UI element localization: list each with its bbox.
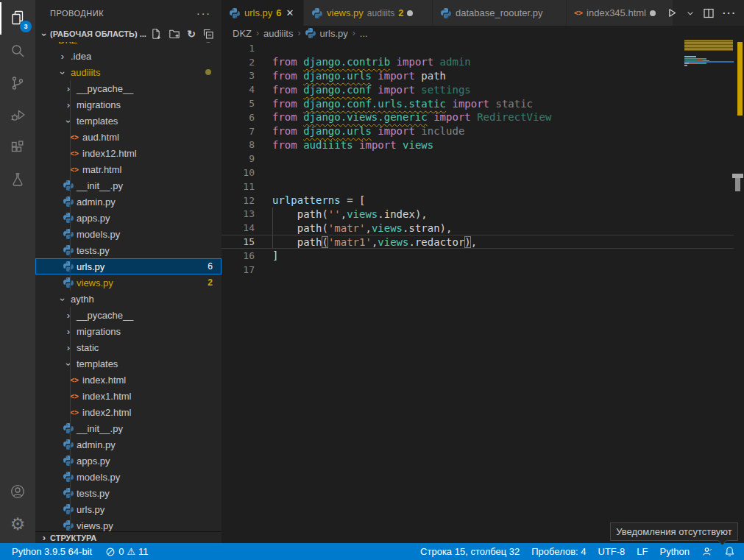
tab-database-roouter-py[interactable]: database_roouter.py bbox=[433, 0, 567, 26]
line-number: 4 bbox=[222, 84, 255, 95]
tree-item-templates[interactable]: ›templates bbox=[35, 355, 222, 372]
tree-item-index2-html[interactable]: <>index2.html bbox=[35, 404, 222, 420]
problems-status[interactable]: 0 ⚠ 11 bbox=[105, 546, 148, 557]
notifications-bell-icon[interactable] bbox=[724, 546, 735, 557]
dirty-indicator-icon[interactable] bbox=[650, 10, 656, 16]
run-dropdown-chevron-icon[interactable] bbox=[686, 9, 695, 18]
tree-item-tests-py[interactable]: tests.py bbox=[35, 485, 222, 501]
chevron-right-icon: › bbox=[38, 533, 50, 542]
activity-settings-icon[interactable]: ⚙ bbox=[0, 508, 35, 540]
tree-item-models-py[interactable]: models.py bbox=[35, 226, 222, 242]
code-line-7[interactable]: 7from django.urls import include bbox=[222, 124, 734, 138]
code-line-9[interactable]: 9 bbox=[222, 152, 734, 166]
tree-item-label: __pycache__ bbox=[77, 83, 133, 94]
activity-explorer-icon[interactable]: 3 bbox=[0, 2, 35, 35]
code-line-4[interactable]: 4from django.conf import settings bbox=[222, 82, 734, 96]
tree-item-aythh[interactable]: ›aythh bbox=[35, 291, 222, 307]
notification-toast[interactable]: Уведомления отсутствуют bbox=[610, 522, 738, 541]
minimap[interactable] bbox=[684, 40, 734, 67]
breadcrumb-item[interactable]: audiiits bbox=[263, 28, 293, 39]
workspace-section-header[interactable]: › (РАБОЧАЯ ОБЛАСТЬ) ... ↻ bbox=[35, 26, 222, 42]
tree-item-views-py[interactable]: views.py2 bbox=[35, 274, 222, 291]
tree-item-aud-html[interactable]: <>aud.html bbox=[35, 129, 222, 145]
indentation-status[interactable]: Пробелов: 4 bbox=[531, 546, 586, 557]
code-line-17[interactable]: 17 bbox=[222, 263, 734, 277]
tree-item--pycache-[interactable]: ›__pycache__ bbox=[35, 307, 222, 323]
tree-item-apps-py[interactable]: apps.py bbox=[35, 210, 222, 226]
code-line-8[interactable]: 8from audiiits import views bbox=[222, 138, 734, 152]
tree-item-models-py[interactable]: models.py bbox=[35, 469, 222, 485]
explorer-sidebar: ПРОВОДНИК ··· › (РАБОЧАЯ ОБЛАСТЬ) ... ↻ bbox=[35, 0, 222, 543]
code-line-3[interactable]: 3from django.urls import path bbox=[222, 69, 734, 83]
feedback-icon[interactable] bbox=[701, 546, 712, 557]
collapse-all-icon[interactable] bbox=[202, 28, 214, 40]
dirty-indicator-icon[interactable] bbox=[407, 10, 413, 16]
close-icon[interactable]: ✕ bbox=[286, 7, 294, 18]
tab-index345-html[interactable]: <>index345.html bbox=[567, 0, 673, 26]
tree-item-views-py[interactable]: views.py bbox=[35, 517, 222, 531]
run-button[interactable] bbox=[665, 7, 678, 19]
tree-item--init-py[interactable]: __init__.py bbox=[35, 177, 222, 194]
breadcrumb-item[interactable]: ... bbox=[360, 28, 368, 39]
breadcrumb-item[interactable]: urls.py bbox=[305, 27, 347, 39]
tree-item--init-py[interactable]: __init__.py bbox=[35, 420, 222, 436]
python-interpreter-status[interactable]: Python 3.9.5 64-bit bbox=[12, 546, 92, 557]
tree-item-index12-html[interactable]: <>index12.html bbox=[35, 145, 222, 161]
split-editor-icon[interactable] bbox=[703, 7, 715, 19]
tree-item-urls-py[interactable]: urls.py bbox=[35, 501, 222, 517]
tree-item-templates[interactable]: ›templates bbox=[35, 113, 222, 129]
tab-views-py[interactable]: views.pyaudiiits2 bbox=[304, 0, 433, 26]
tree-item-audiiits[interactable]: ›audiiits bbox=[35, 64, 222, 80]
code-line-2[interactable]: 2from django.contrib import admin bbox=[222, 55, 734, 69]
file-tree: ›DKZ›.idea›audiiits›__pycache__›migratio… bbox=[35, 42, 222, 531]
code-area[interactable]: 12from django.contrib import admin3from … bbox=[222, 41, 734, 277]
indent-guide bbox=[272, 208, 273, 249]
outline-section-header[interactable]: › СТРУКТУРА bbox=[35, 531, 222, 543]
tree-item-dkz[interactable]: ›DKZ bbox=[35, 42, 222, 48]
tree-item-urls-py[interactable]: urls.py6 bbox=[35, 258, 222, 274]
tree-item-static[interactable]: ›static bbox=[35, 339, 222, 355]
language-mode-status[interactable]: Python bbox=[660, 546, 690, 557]
code-line-15[interactable]: 15 path('matr1',views.redactor), bbox=[222, 235, 734, 249]
tree-item-admin-py[interactable]: admin.py bbox=[35, 194, 222, 210]
activity-source-control-icon[interactable] bbox=[0, 67, 35, 99]
activity-account-icon[interactable] bbox=[0, 475, 35, 508]
eol-status[interactable]: LF bbox=[637, 546, 648, 557]
tree-item-index1-html[interactable]: <>index1.html bbox=[35, 388, 222, 404]
code-line-6[interactable]: 6from django.views.generic import Redire… bbox=[222, 110, 734, 124]
code-line-11[interactable]: 11 bbox=[222, 180, 734, 194]
code-line-13[interactable]: 13 path('',views.index), bbox=[222, 208, 734, 221]
modified-dot bbox=[205, 69, 211, 75]
tree-item-apps-py[interactable]: apps.py bbox=[35, 453, 222, 469]
code-line-16[interactable]: 16] bbox=[222, 249, 734, 263]
tree-item-matr-html[interactable]: <>matr.html bbox=[35, 161, 222, 177]
encoding-status[interactable]: UTF-8 bbox=[598, 546, 626, 557]
more-editor-actions-icon[interactable]: ··· bbox=[723, 7, 737, 18]
tab-urls-py[interactable]: urls.py6✕ bbox=[222, 0, 304, 26]
tree-item--idea[interactable]: ›.idea bbox=[35, 48, 222, 64]
breadcrumb-label: DKZ bbox=[233, 28, 252, 39]
code-line-5[interactable]: 5from django.conf.urls.static import sta… bbox=[222, 96, 734, 110]
more-actions-icon[interactable]: ··· bbox=[196, 7, 211, 19]
tree-item-tests-py[interactable]: tests.py bbox=[35, 242, 222, 258]
code-line-10[interactable]: 10 bbox=[222, 166, 734, 180]
tree-item-migrations[interactable]: ›migrations bbox=[35, 96, 222, 113]
activity-search-icon[interactable] bbox=[0, 35, 35, 67]
activity-extensions-icon[interactable] bbox=[0, 132, 35, 164]
new-folder-icon[interactable] bbox=[169, 28, 180, 40]
code-line-14[interactable]: 14 path('matr',views.stran), bbox=[222, 221, 734, 235]
code-line-12[interactable]: 12urlpatterns = [ bbox=[222, 194, 734, 208]
breadcrumb-item[interactable]: DKZ bbox=[233, 28, 252, 39]
refresh-icon[interactable]: ↻ bbox=[187, 29, 196, 39]
activity-run-debug-icon[interactable] bbox=[0, 99, 35, 132]
cursor-position-status[interactable]: Строка 15, столбец 32 bbox=[420, 546, 520, 557]
tree-item-index-html[interactable]: <>index.html bbox=[35, 372, 222, 388]
activity-testing-icon[interactable] bbox=[0, 164, 35, 196]
breadcrumb-separator-icon: › bbox=[256, 28, 259, 38]
scrollbar-handle[interactable] bbox=[735, 178, 740, 191]
code-line-1[interactable]: 1 bbox=[222, 41, 734, 55]
tree-item--pycache-[interactable]: ›__pycache__ bbox=[35, 80, 222, 96]
new-file-icon[interactable] bbox=[150, 28, 162, 40]
tree-item-migrations[interactable]: ›migrations bbox=[35, 323, 222, 339]
tree-item-admin-py[interactable]: admin.py bbox=[35, 436, 222, 453]
